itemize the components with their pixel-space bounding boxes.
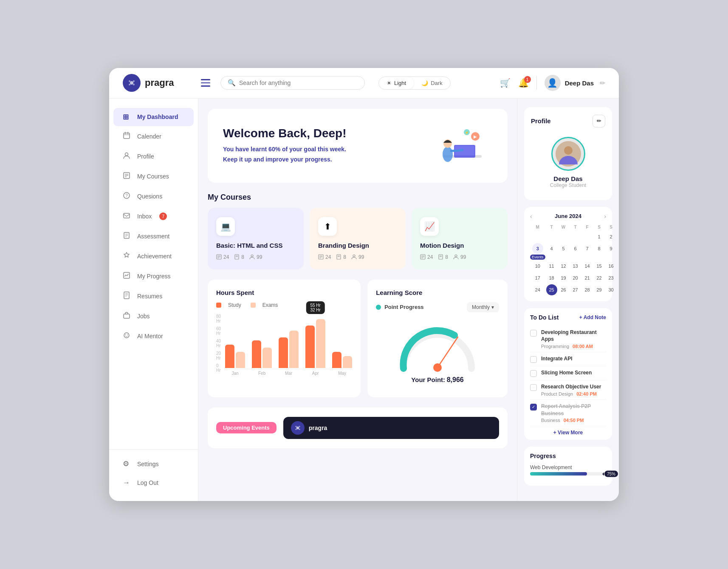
sidebar-item-progress[interactable]: My Progress [113, 267, 194, 286]
cal-day-17[interactable]: 17 [532, 272, 543, 283]
cal-day-11[interactable]: 11 [546, 260, 557, 272]
course-card-html[interactable]: 💻 Basic: HTML and CSS 24 8 [208, 208, 304, 269]
sidebar-label-achievement: Achievement [137, 253, 172, 260]
todo-name-1: Developing Restaurant Apps [541, 329, 606, 343]
calendar-next-button[interactable]: › [604, 213, 606, 220]
sidebar-item-calendar[interactable]: Calender [113, 127, 194, 146]
sidebar-item-resumes[interactable]: Resumes [113, 287, 194, 306]
calendar-prev-button[interactable]: ‹ [530, 213, 532, 220]
cal-day-6[interactable]: 6 [570, 243, 581, 254]
sidebar-item-questions[interactable]: ? Quesions [113, 187, 194, 206]
cal-day-21[interactable]: 21 [582, 272, 593, 283]
sidebar-item-achievement[interactable]: Achievement [113, 247, 194, 266]
cal-day-4[interactable]: 4 [546, 243, 557, 254]
my-courses-title: My Courses [208, 193, 508, 202]
course-card-branding[interactable]: ⬆ Branding Design 24 8 99 [310, 208, 406, 269]
sidebar-item-dashboard[interactable]: ⊞ My Dashboard [113, 108, 194, 126]
lessons-stat: 24 [216, 254, 229, 260]
cal-day-18[interactable]: 18 [546, 272, 557, 283]
cal-day-30[interactable]: 30 [606, 284, 617, 295]
pp-left: Point Progress [376, 304, 423, 310]
todo-checkbox-2[interactable] [530, 356, 537, 363]
profile-panel-title: Profile [531, 117, 551, 125]
cal-day-12[interactable]: 12 [558, 260, 569, 272]
todo-checkbox-3[interactable] [530, 370, 537, 377]
cal-day-20[interactable]: 20 [570, 272, 581, 283]
resumes-icon [123, 292, 131, 301]
svg-point-67 [296, 426, 299, 429]
cal-day-5[interactable]: 5 [558, 243, 569, 254]
monthly-button[interactable]: Monthly ▾ [467, 302, 499, 312]
cart-button[interactable]: 🛒 [500, 78, 511, 88]
cal-day-28[interactable]: 28 [582, 284, 593, 295]
learning-score-title: Learning Score [376, 289, 499, 296]
sidebar-item-inbox[interactable]: Inbox 7 [113, 207, 194, 226]
monthly-label: Monthly [472, 304, 490, 310]
svg-point-10 [125, 153, 128, 156]
cal-day-15[interactable]: 15 [594, 260, 605, 272]
moon-icon: 🌙 [421, 80, 428, 86]
sidebar-label-inbox: Inbox [137, 213, 152, 220]
progress-icon [123, 272, 131, 281]
todo-checkbox-1[interactable] [530, 330, 537, 337]
bottom-row: Hours Spent Study Exams 80 Hr 60 Hr 40 H… [208, 280, 508, 397]
cal-day-26[interactable]: 26 [558, 284, 569, 295]
menu-button[interactable] [199, 77, 212, 88]
sidebar-item-logout[interactable]: → Log Out [113, 474, 194, 492]
profile-icon [123, 152, 131, 161]
cal-day-1[interactable]: 1 [594, 231, 605, 242]
course-name-branding: Branding Design [318, 242, 397, 249]
cal-day-23[interactable]: 23 [606, 272, 617, 283]
cal-day-9[interactable]: 9 [606, 243, 617, 254]
cal-day-7[interactable]: 7 [582, 243, 593, 254]
cal-day-13[interactable]: 13 [570, 260, 581, 272]
course-name-html: Basic: HTML and CSS [216, 242, 295, 249]
gauge-svg [395, 322, 480, 373]
todo-item-5: ✓ Report Analysis P2P Business Business … [530, 400, 606, 427]
notifications-button[interactable]: 🔔 1 [518, 78, 529, 88]
view-more-button[interactable]: + View More [530, 430, 606, 436]
bar-pair-may [332, 352, 352, 368]
cal-day-3-wrap[interactable]: 3 Events [530, 243, 545, 260]
cal-day-14[interactable]: 14 [582, 260, 593, 272]
svg-point-2 [129, 80, 130, 82]
light-theme-button[interactable]: ☀ Light [379, 77, 414, 89]
bar-pair-apr [305, 319, 325, 368]
label-apr: Apr [305, 371, 325, 376]
course-card-motion[interactable]: 📈 Motion Design 24 8 99 [412, 208, 508, 269]
cal-day-19[interactable]: 19 [558, 272, 569, 283]
sidebar-item-ai-mentor[interactable]: AI Mentor [113, 327, 194, 346]
sidebar-item-profile[interactable]: Profile [113, 147, 194, 166]
todo-header: To Do List + Add Note [530, 314, 606, 321]
cal-day-27[interactable]: 27 [570, 284, 581, 295]
cal-day-22[interactable]: 22 [594, 272, 605, 283]
todo-checkbox-4[interactable] [530, 384, 537, 391]
sidebar-item-courses[interactable]: My Courses [113, 167, 194, 186]
cal-day-10[interactable]: 10 [532, 260, 543, 272]
welcome-highlight: 60% [268, 146, 280, 153]
cal-day-3[interactable]: 3 [532, 243, 543, 254]
search-input[interactable] [239, 79, 358, 86]
user-edit-icon[interactable]: ✏ [600, 79, 605, 87]
sidebar-item-jobs[interactable]: Jobs [113, 307, 194, 326]
todo-cat-5: Business [541, 418, 560, 423]
user-area[interactable]: 👤 Deep Das ✏ [545, 75, 605, 91]
svg-rect-23 [124, 292, 129, 299]
cal-day-29[interactable]: 29 [594, 284, 605, 295]
course-stats-branding: 24 8 99 [318, 254, 397, 260]
dark-theme-button[interactable]: 🌙 Dark [414, 77, 450, 89]
sidebar-item-assessment[interactable]: Assessment [113, 227, 194, 246]
cal-day-empty [532, 231, 543, 242]
sidebar-item-settings[interactable]: ⚙ Settings [113, 455, 194, 473]
cal-day-8[interactable]: 8 [594, 243, 605, 254]
cal-day-16[interactable]: 16 [606, 260, 617, 272]
profile-edit-button[interactable]: ✏ [593, 115, 605, 127]
add-note-button[interactable]: + Add Note [579, 314, 606, 320]
cal-day-2[interactable]: 2 [606, 231, 617, 242]
todo-checkbox-5[interactable]: ✓ [530, 404, 537, 410]
label-jan: Jan [225, 371, 245, 376]
cal-day-empty [546, 231, 557, 242]
lessons-stat3: 24 [420, 254, 433, 260]
cal-day-25[interactable]: 25 [546, 284, 557, 295]
cal-day-24[interactable]: 24 [532, 284, 543, 295]
